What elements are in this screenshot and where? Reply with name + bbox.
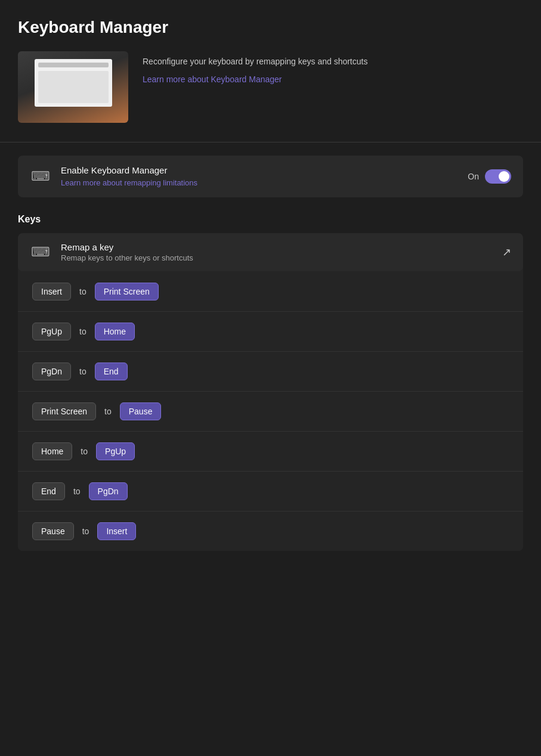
hero-learn-more-link[interactable]: Learn more about Keyboard Manager — [143, 75, 282, 84]
key-to-badge: Print Screen — [95, 283, 159, 300]
hero-text: Reconfigure your keyboard by remapping k… — [143, 51, 367, 85]
remap-text-block: Remap a key Remap keys to other keys or … — [61, 242, 193, 262]
keys-section-title: Keys — [18, 214, 523, 225]
enable-left: ⌨ Enable Keyboard Manager Learn more abo… — [30, 165, 197, 188]
key-to-label: to — [73, 487, 81, 496]
key-to-label: to — [81, 447, 88, 456]
key-from-badge: Pause — [32, 522, 74, 540]
hero-thumbnail — [18, 51, 128, 123]
key-from-badge: PgUp — [32, 323, 71, 340]
key-to-label: to — [79, 367, 86, 376]
key-from-badge: Home — [32, 442, 72, 460]
key-to-badge: End — [95, 362, 128, 380]
key-mapping-row: InserttoPrint Screen — [18, 272, 523, 311]
enable-title: Enable Keyboard Manager — [61, 165, 197, 175]
enable-text-block: Enable Keyboard Manager Learn more about… — [61, 165, 197, 188]
key-mappings-list: InserttoPrint ScreenPgUptoHomePgDntoEndP… — [18, 272, 523, 551]
key-mapping-row: HometoPgUp — [18, 431, 523, 471]
key-mapping-row: PgUptoHome — [18, 311, 523, 351]
enable-limitations-link[interactable]: Learn more about remapping limitations — [61, 178, 197, 187]
remap-subtitle: Remap keys to other keys or shortcuts — [61, 253, 193, 262]
key-from-badge: End — [32, 482, 65, 500]
key-to-label: to — [82, 526, 89, 536]
keyboard-manager-icon: ⌨ — [30, 166, 51, 187]
enable-toggle[interactable] — [485, 169, 511, 184]
key-from-badge: Print Screen — [32, 402, 96, 420]
key-to-label: to — [79, 327, 86, 336]
key-from-badge: Insert — [32, 283, 71, 300]
toggle-knob — [499, 171, 509, 182]
key-to-label: to — [104, 407, 112, 416]
remap-external-link-icon[interactable]: ↗ — [502, 246, 511, 259]
key-to-badge: Home — [95, 323, 135, 340]
toggle-status-label: On — [468, 172, 479, 181]
page-title: Keyboard Manager — [18, 18, 523, 37]
enable-right: On — [468, 169, 511, 184]
key-to-badge: Insert — [97, 522, 136, 540]
key-mapping-row: PausetoInsert — [18, 511, 523, 551]
keys-container: ⌨ Remap a key Remap keys to other keys o… — [18, 233, 523, 551]
remap-header-left: ⌨ Remap a key Remap keys to other keys o… — [30, 241, 193, 263]
remap-keyboard-icon: ⌨ — [30, 241, 51, 263]
remap-a-key-header: ⌨ Remap a key Remap keys to other keys o… — [18, 233, 523, 271]
hero-description: Reconfigure your keyboard by remapping k… — [143, 56, 367, 68]
enable-keyboard-manager-section: ⌨ Enable Keyboard Manager Learn more abo… — [18, 156, 523, 197]
key-to-badge: PgDn — [89, 482, 128, 500]
key-mapping-row: EndtoPgDn — [18, 471, 523, 511]
key-to-badge: Pause — [120, 402, 162, 420]
remap-title: Remap a key — [61, 242, 193, 252]
key-from-badge: PgDn — [32, 362, 71, 380]
key-mapping-row: Print ScreentoPause — [18, 391, 523, 431]
hero-section: Reconfigure your keyboard by remapping k… — [18, 51, 523, 123]
key-to-badge: PgUp — [96, 442, 135, 460]
key-mapping-row: PgDntoEnd — [18, 351, 523, 391]
key-to-label: to — [79, 287, 86, 296]
